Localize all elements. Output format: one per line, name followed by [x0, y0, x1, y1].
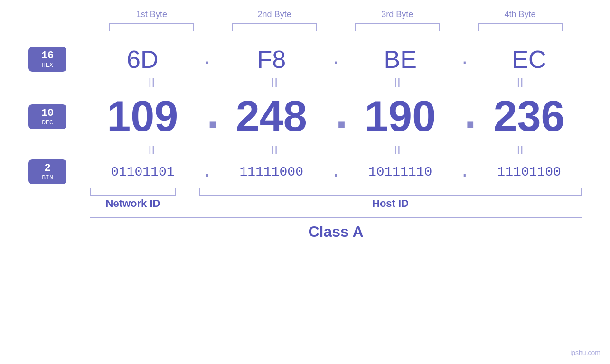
host-bottom-bracket [199, 188, 582, 196]
dec-dot1: . [200, 93, 214, 141]
dec-base-label: DEC [34, 119, 61, 126]
equals-row-2: II II II II [28, 143, 582, 158]
equals-row-1: II II II II [28, 75, 582, 90]
eq2-byte1: II [104, 143, 199, 158]
dec-base-num: 10 [34, 107, 61, 119]
hex-base-label: HEX [34, 62, 61, 69]
hex-byte3: BE [353, 45, 448, 74]
hex-byte1: 6D [95, 45, 190, 74]
bin-dot1: . [200, 162, 214, 182]
dec-byte4: 236 [482, 92, 577, 141]
bin-badge: 2 BIN [28, 159, 66, 184]
main-container: 1st Byte 2nd Byte 3rd Byte 4th Byte 16 H… [0, 0, 610, 364]
dec-badge: 10 DEC [28, 104, 66, 129]
hex-row: 16 HEX 6D . F8 . BE . EC [28, 45, 582, 74]
bin-byte2: 11111000 [224, 165, 319, 179]
top-brackets [28, 23, 582, 31]
byte3-header: 3rd Byte [350, 9, 445, 19]
hex-byte4: EC [482, 45, 577, 74]
dec-row: 10 DEC 109 . 248 . 190 . 236 [28, 92, 582, 141]
eq1-byte4: II [473, 75, 568, 90]
bin-badge-cell: 2 BIN [28, 159, 90, 184]
network-bottom-bracket [90, 188, 176, 196]
eq2-byte4: II [473, 143, 568, 158]
hex-base-num: 16 [34, 50, 61, 62]
bin-byte3: 10111110 [353, 165, 448, 179]
bottom-brackets-container [28, 188, 582, 196]
hex-byte2: F8 [224, 45, 319, 74]
dec-byte2: 248 [224, 92, 319, 141]
hex-dot2: . [328, 50, 343, 69]
hex-dot1: . [200, 50, 214, 69]
eq1-byte2: II [227, 75, 322, 90]
dec-byte1: 109 [95, 92, 190, 141]
top-bracket-1 [109, 23, 194, 31]
bin-row: 2 BIN 01101101 . 11111000 . 10111110 . 1… [28, 159, 582, 184]
byte-headers-row: 1st Byte 2nd Byte 3rd Byte 4th Byte [28, 9, 582, 19]
bin-values: 01101101 . 11111000 . 10111110 . 1110110… [90, 162, 582, 182]
byte2-header: 2nd Byte [227, 9, 322, 19]
bin-dot3: . [458, 162, 472, 182]
byte1-header: 1st Byte [104, 9, 199, 19]
bin-byte4: 11101100 [482, 165, 577, 179]
dec-dot3: . [458, 93, 472, 141]
eq1-byte1: II [104, 75, 199, 90]
eq1-byte3: II [350, 75, 445, 90]
bin-base-num: 2 [34, 162, 61, 174]
hex-dot3: . [458, 50, 472, 69]
top-bracket-2 [232, 23, 317, 31]
class-divider [90, 217, 582, 218]
eq2-byte3: II [350, 143, 445, 158]
class-section: Class A [28, 217, 582, 241]
bin-base-label: BIN [34, 174, 61, 181]
top-bracket-3 [355, 23, 440, 31]
hex-badge: 16 HEX [28, 47, 66, 72]
hex-badge-cell: 16 HEX [28, 47, 90, 72]
id-labels-row: Network ID Host ID [28, 197, 582, 210]
watermark: ipshu.com [570, 349, 601, 356]
dec-values: 109 . 248 . 190 . 236 [90, 92, 582, 141]
host-id-label: Host ID [199, 197, 582, 210]
byte4-header: 4th Byte [473, 9, 568, 19]
dec-byte3: 190 [353, 92, 448, 141]
eq2-byte2: II [227, 143, 322, 158]
hex-values: 6D . F8 . BE . EC [90, 45, 582, 74]
top-bracket-4 [478, 23, 563, 31]
dec-badge-cell: 10 DEC [28, 104, 90, 129]
network-id-label: Network ID [90, 197, 176, 210]
bottom-bracket-row [90, 188, 582, 196]
bin-dot2: . [328, 162, 343, 182]
bin-byte1: 01101101 [95, 165, 190, 179]
dec-dot2: . [328, 93, 343, 141]
class-label: Class A [308, 223, 363, 241]
